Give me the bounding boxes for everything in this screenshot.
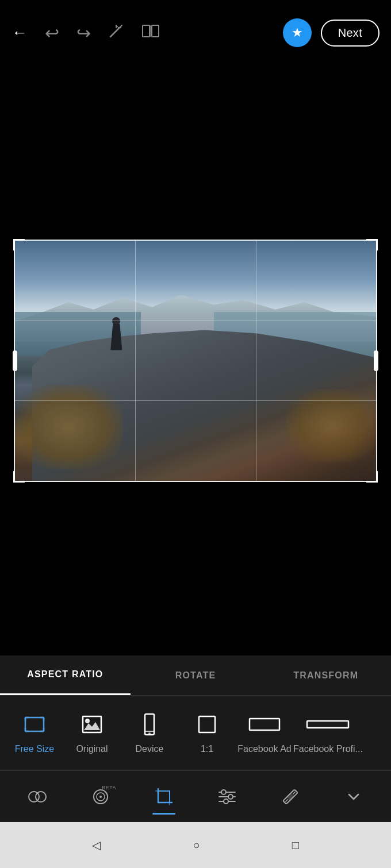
system-back-button[interactable]: ◁ [92,838,101,852]
undo-icon[interactable]: ↩ [45,23,59,43]
grid-line [15,400,376,401]
nav-item-mixer[interactable] [6,786,69,808]
nav-item-lens[interactable]: BETA [69,786,132,808]
svg-rect-23 [250,719,279,730]
facebook-ad-icon [247,712,282,737]
crop-handle-left[interactable] [13,350,17,371]
bottom-panel: ASPECT RATIO ROTATE TRANSFORM [0,655,391,822]
svg-line-0 [110,28,120,37]
svg-line-44 [293,792,295,794]
toolbar-right: ★ Next [283,18,379,47]
one-one-label: 1:1 [201,744,213,754]
svg-point-29 [99,796,102,798]
crop-handle-right[interactable] [374,350,378,371]
grid-line [135,241,136,481]
svg-rect-8 [25,717,44,731]
original-icon [79,712,105,737]
svg-line-4 [116,26,117,28]
facebook-profile-label: Facebook Profi... [293,744,363,754]
back-button[interactable]: ← [12,24,28,42]
device-label: Device [136,744,164,754]
system-recent-button[interactable]: □ [292,839,299,852]
device-icon [137,712,162,737]
more-icon [343,786,365,808]
star-button[interactable]: ★ [283,18,312,47]
grid-line [15,321,376,321]
crop-handle-bottom-left[interactable] [13,471,25,483]
svg-rect-22 [199,716,215,732]
crop-icon [153,786,175,808]
svg-point-38 [221,790,226,794]
one-one-icon [194,712,220,737]
crop-container[interactable] [14,240,377,482]
retouch-icon [279,786,301,808]
adjust-icon [216,786,238,808]
tabs-row: ASPECT RATIO ROTATE TRANSFORM [0,655,391,696]
svg-point-40 [224,799,228,804]
aspect-option-facebook-ad[interactable]: Facebook Ad [236,712,293,754]
nav-item-more[interactable] [322,786,385,808]
free-size-icon [22,712,47,737]
next-button[interactable]: Next [321,20,379,47]
crop-handle-bottom-right[interactable] [366,471,378,483]
crop-handle-top-left[interactable] [13,239,25,250]
svg-rect-6 [152,25,159,37]
system-nav-bar: ◁ ○ □ [0,822,391,868]
toolbar-left: ← ↩ ↪ [12,22,160,44]
svg-point-21 [148,732,151,735]
tab-aspect-ratio[interactable]: ASPECT RATIO [0,655,131,695]
beta-badge: BETA [102,785,116,790]
bottom-nav: BETA [0,770,391,822]
lens-icon: BETA [90,786,112,808]
aspect-option-1-1[interactable]: 1:1 [178,712,236,754]
redo-icon[interactable]: ↪ [76,23,91,43]
toolbar: ← ↩ ↪ ★ Next [0,0,391,65]
facebook-profile-icon [305,712,351,737]
grid-line [256,241,256,481]
aspect-options: Free Size Original Device [0,696,391,770]
canvas-area [0,65,391,655]
crop-grid [15,241,376,481]
facebook-ad-label: Facebook Ad [237,744,291,754]
svg-rect-5 [143,25,150,37]
svg-point-39 [228,794,233,799]
mixer-icon [26,786,48,808]
nav-item-adjust[interactable] [195,786,259,808]
aspect-option-original[interactable]: Original [63,712,121,754]
tab-transform[interactable]: TRANSFORM [260,655,391,695]
svg-line-43 [286,799,288,801]
system-home-button[interactable]: ○ [193,839,200,852]
nav-item-crop[interactable] [132,786,195,808]
svg-point-26 [36,792,46,802]
original-label: Original [76,744,108,754]
aspect-option-device[interactable]: Device [121,712,178,754]
free-size-label: Free Size [15,744,54,754]
svg-rect-34 [158,791,170,803]
aspect-option-facebook-profile[interactable]: Facebook Profi... [293,712,363,754]
star-icon: ★ [292,25,303,40]
tab-rotate[interactable]: ROTATE [131,655,261,695]
aspect-option-free-size[interactable]: Free Size [6,712,63,754]
svg-rect-24 [307,721,348,728]
svg-point-18 [85,719,90,723]
crop-overlay [14,240,377,482]
magic-icon[interactable] [108,23,124,43]
nav-item-retouch[interactable] [259,786,322,808]
crop-handle-top-right[interactable] [366,239,378,250]
compare-icon[interactable] [141,22,160,44]
